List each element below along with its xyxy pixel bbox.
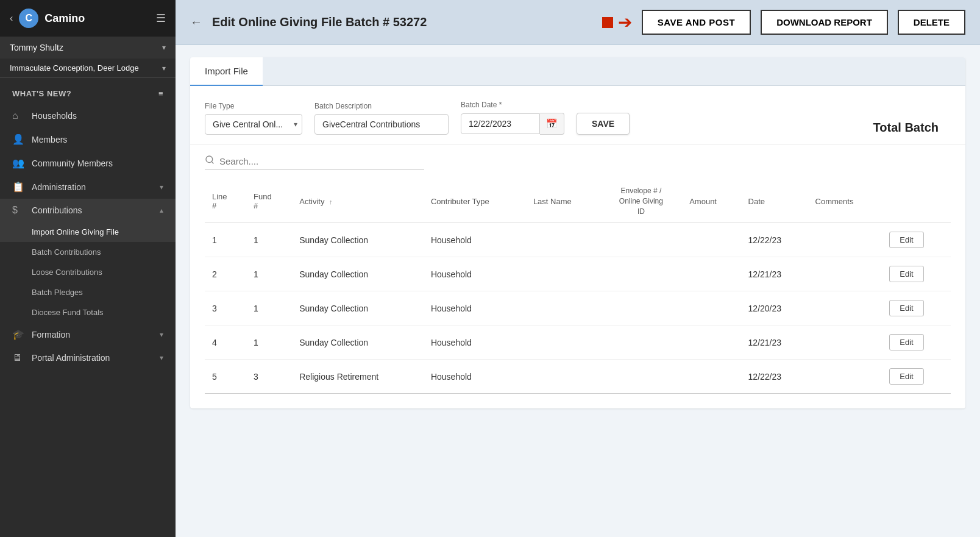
main-content: ← Edit Online Giving File Batch # 53272 … bbox=[176, 0, 980, 537]
main-card: Import File File Type Give Central Onl..… bbox=[190, 57, 965, 408]
cell-amount bbox=[682, 360, 740, 394]
sidebar-item-administration[interactable]: 📋 Administration ▾ bbox=[0, 175, 176, 199]
tab-import-file[interactable]: Import File bbox=[190, 57, 263, 86]
org-name: Immaculate Conception, Deer Lodge ▾ bbox=[10, 63, 166, 73]
user-section[interactable]: Tommy Shultz ▾ bbox=[0, 37, 176, 59]
col-contributor-type: Contributer Type bbox=[424, 180, 526, 223]
file-type-label: File Type bbox=[205, 102, 302, 110]
sidebar-subitem-import-online-giving[interactable]: Import Online Giving File bbox=[0, 222, 176, 242]
sidebar-item-label: Members bbox=[32, 135, 163, 144]
org-section[interactable]: Immaculate Conception, Deer Lodge ▾ bbox=[0, 59, 176, 78]
sidebar-subitem-label: Diocese Fund Totals bbox=[32, 308, 104, 317]
sidebar-nav: WHAT'S NEW? ≡ ⌂ Households 👤 Members 👥 C… bbox=[0, 78, 176, 537]
search-wrapper bbox=[205, 155, 424, 170]
cell-last-name bbox=[526, 291, 600, 325]
delete-button[interactable]: DELETE bbox=[898, 10, 965, 35]
table-row: 4 1 Sunday Collection Household 12/21/23… bbox=[205, 325, 951, 360]
app-name: Camino bbox=[44, 12, 85, 25]
org-chevron-icon: ▾ bbox=[162, 64, 166, 73]
edit-button[interactable]: Edit bbox=[889, 232, 923, 248]
cell-amount bbox=[682, 325, 740, 360]
col-action bbox=[882, 180, 951, 223]
col-line: Line# bbox=[205, 180, 246, 223]
cell-amount bbox=[682, 257, 740, 291]
cell-activity: Sunday Collection bbox=[292, 291, 424, 325]
topbar: ← Edit Online Giving File Batch # 53272 … bbox=[176, 0, 980, 45]
hamburger-menu-button[interactable]: ☰ bbox=[156, 12, 166, 25]
table-header: Line# Fund# Activity ↑ Contributer Type … bbox=[205, 180, 951, 223]
file-type-group: File Type Give Central Onl... ▾ bbox=[205, 102, 302, 135]
cell-activity: Sunday Collection bbox=[292, 325, 424, 360]
sidebar-subitem-batch-contributions[interactable]: Batch Contributions bbox=[0, 242, 176, 262]
chevron-up-icon: ▴ bbox=[160, 206, 163, 215]
cell-fund: 1 bbox=[246, 257, 292, 291]
topbar-back-button[interactable]: ← bbox=[190, 15, 202, 29]
sidebar-item-formation[interactable]: 🎓 Formation ▾ bbox=[0, 322, 176, 346]
cell-date: 12/22/23 bbox=[741, 360, 808, 394]
sidebar-item-label: Contributions bbox=[32, 205, 152, 215]
sidebar-subitem-diocese-fund-totals[interactable]: Diocese Fund Totals bbox=[0, 302, 176, 322]
sort-icon[interactable]: ↑ bbox=[329, 198, 333, 205]
cell-action: Edit bbox=[882, 257, 951, 291]
cell-comments bbox=[808, 325, 882, 360]
cell-envelope bbox=[600, 360, 683, 394]
sidebar-subitem-batch-pledges[interactable]: Batch Pledges bbox=[0, 282, 176, 302]
cell-action: Edit bbox=[882, 291, 951, 325]
sidebar-back-button[interactable]: ‹ bbox=[10, 13, 13, 24]
sidebar-item-label: Community Members bbox=[32, 158, 163, 168]
cell-comments bbox=[808, 291, 882, 325]
cell-amount bbox=[682, 291, 740, 325]
user-chevron-icon: ▾ bbox=[162, 43, 166, 52]
edit-button[interactable]: Edit bbox=[889, 334, 923, 350]
tab-bar: Import File bbox=[190, 57, 965, 86]
file-type-select-wrapper: Give Central Onl... ▾ bbox=[205, 114, 302, 135]
sidebar-item-members[interactable]: 👤 Members bbox=[0, 127, 176, 151]
batch-date-label: Batch Date * bbox=[461, 101, 564, 109]
cell-last-name bbox=[526, 223, 600, 257]
sidebar-item-label: Administration bbox=[32, 182, 152, 192]
cell-activity: Sunday Collection bbox=[292, 223, 424, 257]
cell-activity: Sunday Collection bbox=[292, 257, 424, 291]
sidebar-item-label: Formation bbox=[32, 330, 152, 340]
sidebar-item-label: Portal Administration bbox=[32, 353, 152, 363]
batch-description-group: Batch Description bbox=[314, 102, 449, 135]
edit-button[interactable]: Edit bbox=[889, 300, 923, 316]
batch-date-wrapper: 📅 bbox=[461, 113, 564, 135]
sidebar-item-portal-administration[interactable]: 🖥 Portal Administration ▾ bbox=[0, 346, 176, 369]
save-button[interactable]: SAVE bbox=[577, 113, 630, 135]
save-and-post-button[interactable]: SAVE AND POST bbox=[642, 10, 751, 35]
cell-contributor-type: Household bbox=[424, 223, 526, 257]
sidebar-subitem-loose-contributions[interactable]: Loose Contributions bbox=[0, 262, 176, 282]
col-comments: Comments bbox=[808, 180, 882, 223]
search-input[interactable] bbox=[219, 156, 424, 166]
cell-fund: 3 bbox=[246, 360, 292, 394]
edit-button[interactable]: Edit bbox=[889, 266, 923, 282]
table-row: 3 1 Sunday Collection Household 12/20/23… bbox=[205, 291, 951, 325]
cell-contributor-type: Household bbox=[424, 360, 526, 394]
cell-date: 12/22/23 bbox=[741, 223, 808, 257]
file-type-select[interactable]: Give Central Onl... bbox=[205, 114, 302, 135]
whats-new-section: WHAT'S NEW? ≡ bbox=[0, 83, 176, 104]
edit-button[interactable]: Edit bbox=[889, 368, 923, 385]
page-title: Edit Online Giving File Batch # 53272 bbox=[212, 15, 592, 29]
sidebar-item-community-members[interactable]: 👥 Community Members bbox=[0, 151, 176, 175]
col-envelope: Envelope # / Online Giving ID bbox=[600, 180, 683, 223]
sidebar-item-contributions[interactable]: $ Contributions ▴ bbox=[0, 199, 176, 222]
calendar-icon[interactable]: 📅 bbox=[540, 113, 564, 135]
chevron-down-icon: ▾ bbox=[160, 330, 163, 339]
search-icon bbox=[205, 155, 215, 167]
table-row: 5 3 Religious Retirement Household 12/22… bbox=[205, 360, 951, 394]
download-report-button[interactable]: DOWNLOAD REPORT bbox=[761, 10, 888, 35]
svg-line-1 bbox=[211, 162, 213, 163]
batch-description-input[interactable] bbox=[314, 114, 449, 135]
sidebar-item-label: Households bbox=[32, 111, 163, 121]
cell-fund: 1 bbox=[246, 325, 292, 360]
sidebar-item-households[interactable]: ⌂ Households bbox=[0, 104, 176, 127]
cell-line: 4 bbox=[205, 325, 246, 360]
batch-date-input[interactable] bbox=[461, 113, 540, 134]
sidebar-logo-area: ‹ C Camino bbox=[10, 9, 85, 28]
cell-line: 1 bbox=[205, 223, 246, 257]
cell-envelope bbox=[600, 223, 683, 257]
table-body: 1 1 Sunday Collection Household 12/22/23… bbox=[205, 223, 951, 394]
cell-activity: Religious Retirement bbox=[292, 360, 424, 394]
